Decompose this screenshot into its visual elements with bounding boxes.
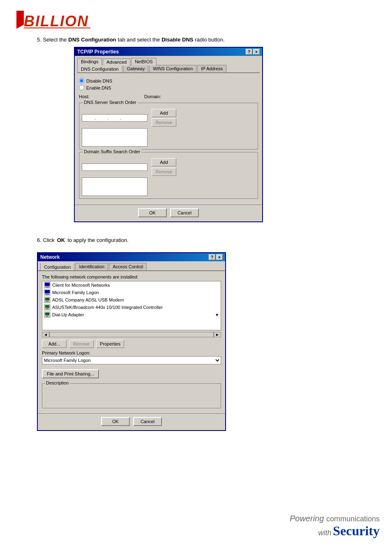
tab-wins-configuration[interactable]: WINS Configuration <box>149 65 196 72</box>
scroll-right-arrow[interactable]: ► <box>214 332 221 337</box>
tcp-close-button[interactable]: × <box>253 49 260 55</box>
network-remove-button[interactable]: Remove <box>69 340 94 348</box>
list-item[interactable]: ADSL Company ADSL USB Modem <box>42 296 221 304</box>
enable-dns-label: Enable DNS <box>86 85 111 90</box>
network-close-button[interactable]: × <box>216 254 223 260</box>
domain-suffix-label: Domain Suffix Search Order <box>83 149 141 154</box>
network-dialog-titlebar: Network ? × <box>38 253 225 261</box>
component-icon-4 <box>44 304 51 311</box>
dns-server-add-button[interactable]: Add <box>152 109 176 117</box>
primary-logon-select[interactable]: Microsoft Family Logon <box>42 356 221 364</box>
network-properties-button[interactable]: Properties <box>96 340 124 348</box>
step5-tab: DNS Configuration <box>68 37 116 43</box>
file-share-button[interactable]: File and Print Sharing... <box>42 369 99 378</box>
scroll-left-arrow[interactable]: ◄ <box>42 332 49 337</box>
tcp-cancel-button[interactable]: Cancel <box>170 208 199 217</box>
tab-bindings[interactable]: Bindings <box>77 58 102 65</box>
tcp-ok-button[interactable]: OK <box>138 208 167 217</box>
dns-server-buttons: Add Remove <box>152 109 176 127</box>
network-tabs-container: Configuration Identification Access Cont… <box>38 261 225 271</box>
dns-ip-seg3[interactable] <box>108 115 120 120</box>
domain-suffix-group: Domain Suffix Search Order Add Remove <box>79 152 258 199</box>
svg-rect-17 <box>45 313 49 315</box>
tcp-tabs-container: Bindings Advanced NetBIOS DNS Configurat… <box>75 56 262 73</box>
list-item[interactable]: Client for Microsoft Networks <box>42 281 221 289</box>
component-icon-5 <box>44 311 51 318</box>
tcp-dialog-titlebar-buttons: ? × <box>246 49 260 55</box>
step6-ok: OK <box>57 237 65 243</box>
component-icon-1 <box>44 282 51 288</box>
network-titlebar-buttons: ? × <box>209 254 223 260</box>
security-text: Security <box>333 523 380 538</box>
network-cancel-button[interactable]: Cancel <box>133 417 162 426</box>
billion-logo: BILLION <box>8 7 90 32</box>
svg-rect-6 <box>46 286 49 288</box>
tab-advanced[interactable]: Advanced <box>103 58 130 66</box>
description-group-box: Description <box>42 383 221 408</box>
powering-text: Powering <box>290 514 324 523</box>
step5-instruction: 5. Select the DNS Configuration tab and … <box>0 33 392 44</box>
tcp-dialog-container: TCP/IP Properties ? × Bindings Advanced … <box>0 47 392 222</box>
list-item[interactable]: Microsoft Family Logon <box>42 289 221 296</box>
scroll-arrows-row: ◄ ► <box>42 332 221 337</box>
tcp-dialog-titlebar: TCP/IP Properties ? × <box>75 48 262 56</box>
list-item[interactable]: Dial-Up Adapter ▼ <box>42 311 221 318</box>
tab-identification[interactable]: Identification <box>75 263 108 270</box>
list-item[interactable]: ASUSTeK/Broadcom 440x 10/100 Integrated … <box>42 304 221 311</box>
host-label: Host: <box>79 94 97 99</box>
step6-instruction: 6. Click OK to apply the configuration. <box>37 230 355 247</box>
svg-rect-18 <box>46 315 48 317</box>
with-text: with <box>318 529 332 537</box>
dns-server-list[interactable] <box>82 128 148 147</box>
file-share-row: File and Print Sharing... <box>42 367 221 381</box>
network-add-button[interactable]: Add... <box>42 340 67 348</box>
step5-mid: tab and select the <box>118 37 160 43</box>
svg-rect-15 <box>46 308 48 309</box>
domain-suffix-input[interactable] <box>82 164 148 171</box>
dns-ip-seg1[interactable] <box>83 115 95 120</box>
svg-text:BILLION: BILLION <box>24 13 89 30</box>
svg-rect-8 <box>45 290 50 293</box>
network-ok-button[interactable]: OK <box>101 417 130 426</box>
domain-suffix-add-button[interactable]: Add <box>152 158 176 166</box>
dns-ip-input[interactable]: . . . <box>82 114 148 122</box>
network-action-buttons: Add... Remove Properties <box>42 340 221 348</box>
dns-server-remove-button[interactable]: Remove <box>152 118 176 127</box>
scroll-down-arrow: ▼ <box>215 313 219 317</box>
domain-suffix-remove-button[interactable]: Remove <box>152 168 176 176</box>
disable-dns-label: Disable DNS <box>86 78 112 83</box>
tab-netbios[interactable]: NetBIOS <box>131 58 156 65</box>
tcp-dialog-content: Disable DNS Enable DNS Host: Domain: DNS… <box>75 73 262 205</box>
enable-dns-radio[interactable] <box>79 85 84 90</box>
disable-dns-radio[interactable] <box>79 78 84 83</box>
description-content <box>43 385 220 407</box>
tab-configuration[interactable]: Configuration <box>40 263 74 270</box>
tcp-help-button[interactable]: ? <box>246 49 252 55</box>
tcp-tabs-row2: DNS Configuration Gateway WINS Configura… <box>77 65 260 73</box>
component-label-4: ASUSTeK/Broadcom 440x 10/100 Integrated … <box>52 305 163 310</box>
tab-ip-address[interactable]: IP Address <box>197 65 226 72</box>
primary-logon-label: Primary Network Logon: <box>42 350 221 355</box>
network-tabs-row: Configuration Identification Access Cont… <box>40 263 223 270</box>
domain-suffix-list[interactable] <box>82 177 148 196</box>
dns-ip-row: . . . Add Remove <box>82 109 255 127</box>
tcp-dialog-title: TCP/IP Properties <box>77 49 119 55</box>
tcp-tabs-row1: Bindings Advanced NetBIOS <box>77 58 260 65</box>
network-dialog-title: Network <box>40 254 60 260</box>
tab-access-control[interactable]: Access Control <box>109 263 147 270</box>
component-label-2: Microsoft Family Logon <box>52 290 99 295</box>
dns-server-label: DNS Server Search Order <box>83 100 138 105</box>
tab-dns-configuration[interactable]: DNS Configuration <box>77 65 122 72</box>
branding-footer: Powering communications with Security <box>290 514 380 539</box>
component-icon-2 <box>44 289 51 296</box>
tab-gateway[interactable]: Gateway <box>123 65 148 72</box>
domain-label: Domain: <box>144 94 165 99</box>
host-input[interactable] <box>97 93 138 100</box>
dns-ip-seg4[interactable] <box>121 115 133 120</box>
network-components-list[interactable]: Client for Microsoft Networks Microsoft … <box>42 281 221 330</box>
svg-rect-14 <box>45 305 49 308</box>
logo-area: BILLION <box>0 0 392 33</box>
dns-ip-seg2[interactable] <box>96 115 107 120</box>
network-help-button[interactable]: ? <box>209 254 215 260</box>
domain-input[interactable] <box>165 93 202 100</box>
